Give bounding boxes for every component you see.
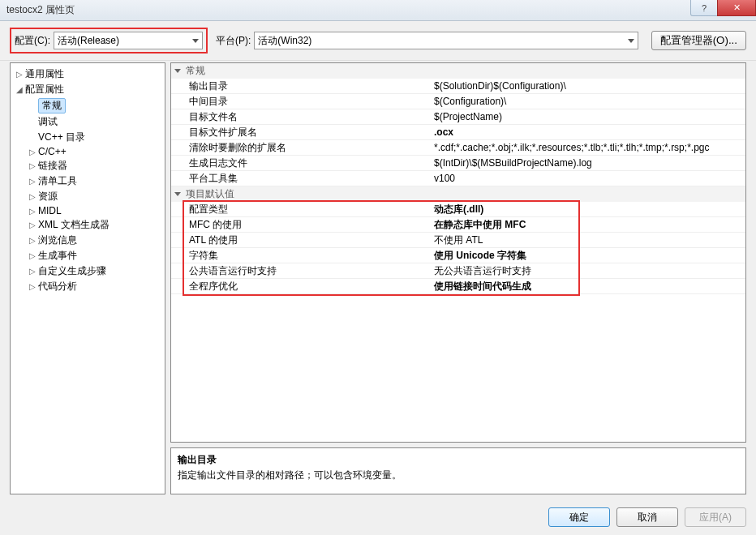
property-row[interactable]: 目标文件名$(ProjectName)	[171, 109, 745, 125]
expand-icon[interactable]: ▷	[27, 177, 38, 186]
property-name: MFC 的使用	[171, 218, 431, 232]
expand-icon[interactable]: ▷	[27, 161, 38, 170]
tree-item-label: 生成事件	[38, 249, 77, 263]
property-value[interactable]: $(ProjectName)	[431, 111, 745, 122]
property-row[interactable]: 公共语言运行时支持无公共语言运行时支持	[171, 263, 745, 279]
platform-value: 活动(Win32)	[258, 34, 311, 48]
main-area: ▷通用属性◢配置属性常规调试VC++ 目录▷C/C++▷链接器▷清单工具▷资源▷…	[0, 61, 756, 501]
expand-icon[interactable]: ▷	[27, 207, 38, 216]
expand-icon[interactable]: ▷	[27, 148, 38, 156]
tree-item[interactable]: ▷清单工具	[11, 173, 165, 189]
tree-item[interactable]: ▷资源	[11, 189, 165, 204]
expand-icon[interactable]: ▷	[27, 220, 38, 229]
section-label: 常规	[186, 64, 205, 78]
tree-item[interactable]: ▷链接器	[11, 158, 165, 173]
window-title: testocx2 属性页	[6, 3, 75, 17]
tree-item[interactable]: ▷自定义生成步骤	[11, 263, 165, 279]
tree-item-label: 代码分析	[38, 280, 77, 293]
help-button[interactable]: ?	[690, 0, 718, 16]
property-row[interactable]: ATL 的使用不使用 ATL	[171, 233, 745, 248]
property-row[interactable]: 生成日志文件$(IntDir)\$(MSBuildProjectName).lo…	[171, 156, 745, 171]
property-value[interactable]: $(IntDir)\$(MSBuildProjectName).log	[431, 157, 745, 169]
property-value[interactable]: *.cdf;*.cache;*.obj;*.ilk;*.resources;*.…	[431, 142, 745, 153]
property-value[interactable]: .ocx	[431, 126, 745, 138]
config-value: 活动(Release)	[58, 34, 119, 48]
property-name: 目标文件扩展名	[171, 126, 431, 139]
property-name: 目标文件名	[171, 110, 431, 124]
property-value[interactable]: $(SolutionDir)$(Configuration)\	[431, 80, 745, 92]
tree-item-label: 浏览信息	[38, 233, 77, 247]
property-value[interactable]: 使用链接时间代码生成	[431, 280, 745, 293]
tree-item[interactable]: ▷MIDL	[11, 204, 165, 217]
tree-item-label: 资源	[38, 190, 58, 203]
tree-item[interactable]: VC++ 目录	[11, 130, 165, 145]
property-row[interactable]: 平台工具集v100	[171, 171, 745, 186]
cancel-button[interactable]: 取消	[616, 507, 678, 527]
property-name: 清除时要删除的扩展名	[171, 141, 431, 155]
config-label: 配置(C):	[15, 34, 50, 48]
tree-item[interactable]: ▷XML 文档生成器	[11, 217, 165, 233]
tree-item[interactable]: 常规	[11, 97, 165, 114]
tree-item[interactable]: 调试	[11, 114, 165, 130]
expand-icon[interactable]: ▷	[27, 192, 38, 201]
property-section-header[interactable]: 常规	[171, 63, 745, 79]
property-tree[interactable]: ▷通用属性◢配置属性常规调试VC++ 目录▷C/C++▷链接器▷清单工具▷资源▷…	[10, 62, 165, 494]
tree-item[interactable]: ▷通用属性	[11, 66, 165, 82]
apply-button[interactable]: 应用(A)	[685, 507, 746, 527]
tree-item-label: 通用属性	[25, 67, 64, 81]
property-name: 生成日志文件	[171, 156, 431, 170]
tree-item-label: XML 文档生成器	[38, 218, 110, 232]
titlebar: testocx2 属性页 ? ✕	[0, 0, 756, 21]
property-value[interactable]: v100	[431, 173, 745, 184]
tree-item[interactable]: ◢配置属性	[11, 82, 165, 97]
tree-item-label: 自定义生成步骤	[38, 264, 106, 278]
property-name: 全程序优化	[171, 280, 431, 293]
description-panel: 输出目录 指定输出文件目录的相对路径；可以包含环境变量。	[170, 447, 746, 494]
property-row[interactable]: 全程序优化使用链接时间代码生成	[171, 279, 745, 294]
tree-item[interactable]: ▷生成事件	[11, 248, 165, 263]
tree-item[interactable]: ▷浏览信息	[11, 233, 165, 248]
property-value[interactable]: 无公共语言运行时支持	[431, 264, 745, 278]
property-row[interactable]: 字符集使用 Unicode 字符集	[171, 248, 745, 263]
property-row[interactable]: 输出目录$(SolutionDir)$(Configuration)\	[171, 79, 745, 94]
property-value[interactable]: 使用 Unicode 字符集	[431, 249, 745, 263]
expand-icon[interactable]: ▷	[27, 236, 38, 245]
highlight-config-area: 配置(C): 活动(Release)	[10, 28, 208, 54]
property-name: 配置类型	[171, 203, 431, 216]
tree-item-label: 常规	[38, 98, 66, 113]
property-row[interactable]: 中间目录$(Configuration)\	[171, 94, 745, 109]
property-row[interactable]: 目标文件扩展名.ocx	[171, 125, 745, 140]
config-manager-button[interactable]: 配置管理器(O)...	[651, 31, 746, 50]
ok-button[interactable]: 确定	[548, 507, 610, 527]
expand-icon[interactable]: ◢	[14, 85, 25, 94]
expand-icon[interactable]: ▷	[27, 251, 38, 260]
expand-icon[interactable]: ▷	[14, 70, 25, 79]
tree-item[interactable]: ▷代码分析	[11, 279, 165, 294]
tree-item-label: C/C++	[38, 146, 67, 157]
property-grid[interactable]: 常规输出目录$(SolutionDir)$(Configuration)\中间目…	[170, 62, 746, 443]
property-value[interactable]: $(Configuration)\	[431, 96, 745, 107]
config-dropdown[interactable]: 活动(Release)	[54, 32, 203, 49]
property-grid-wrap: 常规输出目录$(SolutionDir)$(Configuration)\中间目…	[170, 62, 746, 443]
expand-icon[interactable]: ▷	[27, 282, 38, 291]
property-value[interactable]: 不使用 ATL	[431, 233, 745, 247]
property-value[interactable]: 动态库(.dll)	[431, 203, 745, 216]
property-section-header[interactable]: 项目默认值	[171, 186, 745, 202]
tree-item-label: MIDL	[38, 205, 62, 216]
tree-item-label: 调试	[38, 115, 58, 129]
property-name: 输出目录	[171, 79, 431, 93]
tree-item[interactable]: ▷C/C++	[11, 145, 165, 158]
dialog-footer: 确定 取消 应用(A)	[0, 501, 756, 535]
close-button[interactable]: ✕	[717, 0, 756, 16]
property-row[interactable]: MFC 的使用在静态库中使用 MFC	[171, 217, 745, 233]
property-value[interactable]: 在静态库中使用 MFC	[431, 218, 745, 232]
property-name: 平台工具集	[171, 172, 431, 186]
config-bar: 配置(C): 活动(Release) 平台(P): 活动(Win32) 配置管理…	[0, 21, 756, 61]
expand-icon[interactable]: ▷	[27, 267, 38, 276]
property-row[interactable]: 配置类型动态库(.dll)	[171, 202, 745, 217]
property-pages-dialog: testocx2 属性页 ? ✕ 配置(C): 活动(Release) 平台(P…	[0, 0, 756, 535]
tree-item-label: VC++ 目录	[38, 131, 85, 144]
description-text: 指定输出文件目录的相对路径；可以包含环境变量。	[178, 469, 739, 482]
platform-dropdown[interactable]: 活动(Win32)	[254, 32, 638, 49]
property-row[interactable]: 清除时要删除的扩展名*.cdf;*.cache;*.obj;*.ilk;*.re…	[171, 140, 745, 156]
